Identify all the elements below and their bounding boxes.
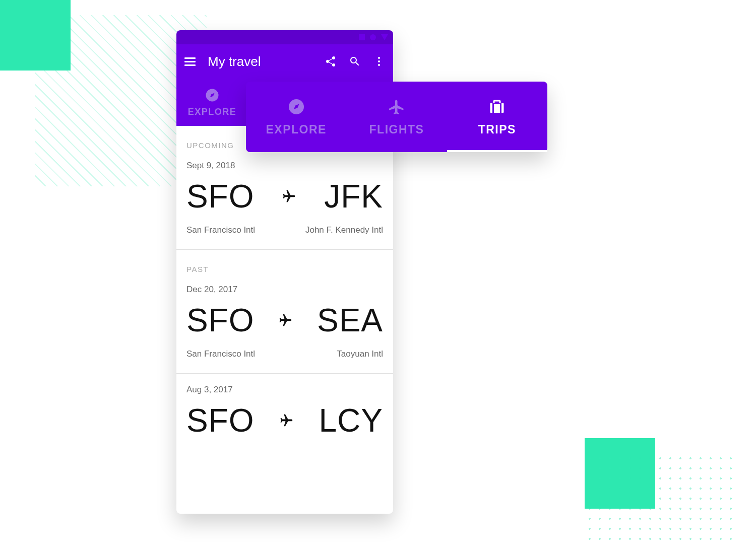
to-code: LCY [319, 402, 384, 439]
from-name: San Francisco Intl [186, 349, 255, 359]
airplane-icon [282, 189, 297, 204]
from-code: SFO [186, 302, 255, 339]
status-square-icon [359, 34, 365, 40]
suitcase-icon [488, 98, 506, 116]
trip-list: UPCOMING Sept 9, 2018 SFO JFK San Franci… [176, 126, 393, 453]
ftab-label: FLIGHTS [369, 123, 424, 136]
to-name: Taoyuan Intl [337, 349, 383, 359]
from-code: SFO [186, 178, 255, 215]
trip-date: Dec 20, 2017 [186, 285, 383, 295]
compass-icon [287, 98, 305, 116]
menu-icon[interactable] [184, 57, 196, 66]
trip-row[interactable]: Dec 20, 2017 SFO SEA San Francisco Intl … [176, 273, 393, 374]
status-circle-icon [370, 34, 376, 40]
trip-row[interactable]: Aug 3, 2017 SFO LCY [176, 374, 393, 453]
status-bar [176, 30, 393, 44]
ftab-label: EXPLORE [266, 123, 326, 136]
tab-label: EXPLORE [188, 107, 237, 117]
to-name: John F. Kennedy Intl [305, 225, 383, 235]
section-label-past: PAST [176, 250, 393, 273]
status-triangle-icon [381, 34, 388, 40]
deco-dots [585, 453, 736, 544]
app-title: My travel [208, 54, 312, 70]
tab-explore[interactable]: EXPLORE [176, 79, 248, 126]
ftab-flights[interactable]: FLIGHTS [346, 82, 447, 152]
more-icon[interactable] [373, 55, 385, 67]
floating-tab-bar: EXPLORE FLIGHTS TRIPS [246, 82, 547, 152]
airplane-icon [279, 413, 294, 428]
deco-square-top-left [0, 0, 71, 71]
airplane-icon [388, 98, 406, 116]
from-name: San Francisco Intl [186, 225, 255, 235]
trip-row[interactable]: Sept 9, 2018 SFO JFK San Francisco Intl … [176, 150, 393, 250]
ftab-label: TRIPS [478, 123, 516, 136]
app-bar: My travel [176, 44, 393, 79]
from-code: SFO [186, 402, 255, 439]
search-icon[interactable] [349, 55, 361, 67]
trip-date: Aug 3, 2017 [186, 385, 383, 395]
trip-date: Sept 9, 2018 [186, 161, 383, 171]
ftab-explore[interactable]: EXPLORE [246, 82, 346, 152]
airplane-icon [278, 313, 293, 328]
to-code: JFK [324, 178, 383, 215]
compass-icon [205, 88, 220, 103]
to-code: SEA [317, 302, 383, 339]
ftab-trips[interactable]: TRIPS [447, 82, 547, 152]
share-icon[interactable] [325, 55, 337, 67]
